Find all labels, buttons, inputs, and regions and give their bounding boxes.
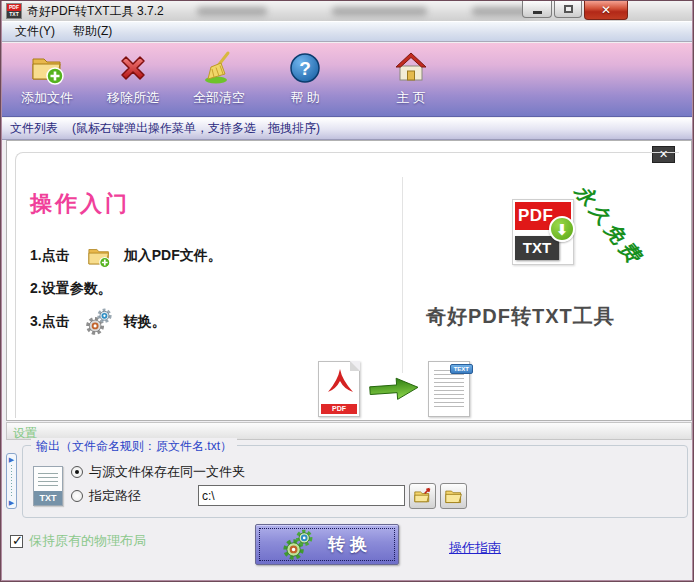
radio-specify-path[interactable]: 指定路径 [71, 487, 141, 505]
intro-step-1: 1.点击 加入PDF文件。 [30, 239, 222, 273]
window-title: 奇好PDF转TXT工具 3.7.2 [27, 3, 164, 20]
pdf-file-label: PDF [321, 404, 357, 414]
step-text: 加入PDF文件。 [124, 247, 222, 265]
checkbox-icon [10, 535, 23, 548]
minimize-button[interactable] [522, 1, 552, 18]
convert-button[interactable]: 转换 [255, 524, 399, 565]
step-text: 1.点击 [30, 247, 70, 265]
page-fold [350, 361, 360, 371]
keep-layout-checkbox[interactable]: 保持原有的物理布局 [10, 532, 146, 550]
radio-same-folder[interactable]: 与源文件保存在同一文件夹 [71, 463, 245, 481]
remove-icon [115, 50, 151, 86]
menu-help[interactable]: 帮助(Z) [64, 21, 121, 42]
txt-file-icon: TEXT [428, 361, 470, 417]
radio-label: 指定路径 [89, 487, 141, 505]
title-bar: PDF TXT 奇好PDF转TXT工具 3.7.2 ✕ [2, 1, 692, 21]
minimize-icon [533, 11, 542, 14]
radio-button-icon [71, 466, 83, 478]
step-text: 3.点击 [30, 313, 70, 331]
redacted-text [332, 7, 427, 16]
dots [11, 465, 12, 497]
arrow-icon: ▶ [9, 499, 14, 506]
gears-icon [84, 308, 114, 336]
intro-panel: 操作入门 1.点击 加入PDF文件。 2.设置参数。 [15, 152, 679, 418]
folder-add-icon [29, 50, 65, 86]
output-path-input[interactable] [198, 485, 405, 506]
home-button[interactable]: 主 页 [374, 50, 448, 107]
tool-label: 全部清空 [193, 89, 245, 107]
toolbar: 添加文件 移除所选 全部清空 [2, 43, 692, 117]
free-banner: 永久免费 [569, 179, 649, 271]
tool-label: 帮 助 [290, 89, 320, 107]
pdf-txt-logo: PDF TXT ⬇ [512, 199, 574, 265]
radio-label: 与源文件保存在同一文件夹 [89, 463, 245, 481]
brand-text: 奇好PDF转TXT工具 [426, 303, 615, 330]
output-groupbox: 输出（文件命名规则：原文件名.txt） TXT 与源文件保存在同一文件夹 指定路… [22, 445, 688, 518]
menu-file[interactable]: 文件(Y) [6, 21, 64, 42]
guide-link[interactable]: 操作指南 [449, 539, 501, 557]
green-arrow-icon [367, 372, 421, 406]
close-icon: ✕ [601, 3, 611, 17]
folder-add-icon [84, 242, 114, 270]
home-icon [393, 50, 429, 86]
divider [402, 177, 403, 373]
maximize-icon [564, 5, 573, 13]
tool-label: 添加文件 [21, 89, 73, 107]
intro-steps: 1.点击 加入PDF文件。 2.设置参数。 3.点击 [30, 239, 222, 339]
app-window: PDF TXT 奇好PDF转TXT工具 3.7.2 ✕ 文件(Y) 帮助(Z) [0, 0, 694, 582]
tool-label: 主 页 [396, 89, 426, 107]
arrow-icon: ▶ [9, 456, 14, 463]
logo-txt-label: TXT [515, 236, 559, 260]
intro-step-2: 2.设置参数。 [30, 273, 222, 305]
open-folder-button[interactable] [440, 483, 467, 509]
file-list-title: 文件列表 [10, 120, 58, 137]
convert-label: 转换 [328, 533, 372, 556]
menu-bar: 文件(Y) 帮助(Z) [2, 21, 692, 42]
txt-output-icon: TXT [33, 466, 63, 506]
step-text: 转换。 [124, 313, 166, 331]
folder-open-icon [444, 487, 464, 505]
text-lines [38, 473, 58, 487]
add-files-button[interactable]: 添加文件 [10, 50, 84, 107]
clear-all-button[interactable]: 全部清空 [182, 50, 256, 107]
convert-graphic: PDF TEXT [318, 361, 470, 417]
tool-label: 移除所选 [107, 89, 159, 107]
radio-button-icon [71, 490, 83, 502]
maximize-button[interactable] [554, 1, 582, 18]
checkbox-label: 保持原有的物理布局 [29, 532, 146, 550]
file-list-area: ✕ 操作入门 1.点击 加入PDF文件。 [6, 140, 692, 421]
remove-selected-button[interactable]: 移除所选 [96, 50, 170, 107]
intro-step-3: 3.点击 转换。 [30, 305, 222, 339]
close-button[interactable]: ✕ [584, 1, 628, 20]
output-legend: 输出（文件命名规则：原文件名.txt） [31, 438, 237, 455]
txt-icon-label: TXT [34, 491, 62, 505]
splitter-handle[interactable]: ▶ ▶ [6, 453, 17, 509]
file-list-header: 文件列表 (鼠标右键弹出操作菜单，支持多选，拖拽排序) [2, 118, 692, 140]
text-badge: TEXT [450, 364, 473, 374]
download-arrow-icon: ⬇ [549, 216, 575, 242]
browse-folder-button[interactable] [409, 483, 436, 509]
window-controls: ✕ [522, 1, 628, 20]
folder-up-icon [413, 487, 433, 505]
gears-icon [282, 529, 314, 561]
step-text: 2.设置参数。 [30, 280, 112, 298]
file-list-hint: (鼠标右键弹出操作菜单，支持多选，拖拽排序) [72, 120, 320, 137]
broom-icon [201, 50, 237, 86]
app-icon-pdf-text: PDF [7, 4, 21, 11]
intro-heading: 操作入门 [30, 189, 130, 219]
text-lines [434, 370, 464, 408]
app-icon: PDF TXT [6, 3, 22, 19]
help-button[interactable]: ? 帮 助 [268, 50, 342, 107]
redacted-text [197, 7, 267, 16]
pdf-file-icon: PDF [318, 361, 360, 417]
app-icon-txt-text: TXT [7, 11, 21, 18]
svg-text:?: ? [299, 58, 311, 79]
help-icon: ? [287, 50, 323, 86]
